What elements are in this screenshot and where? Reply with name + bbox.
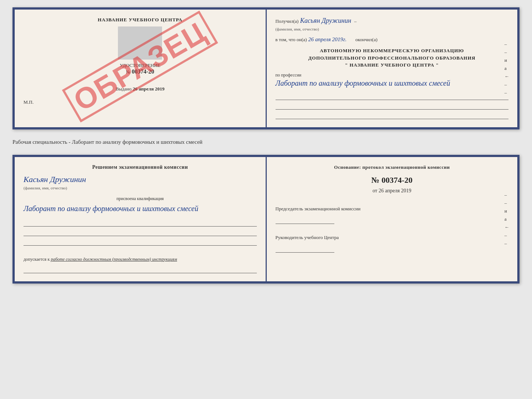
commission-heading: Решением экзаменационной комиссии — [24, 164, 257, 170]
допускается-underline — [24, 264, 257, 273]
completion-date: 26 апреля 2019г. — [308, 36, 346, 43]
top-certificate: НАЗВАНИЕ УЧЕБНОГО ЦЕНТРА УДОСТОВЕРЕНИЕ №… — [12, 7, 520, 129]
profession-value: Лаборант по анализу формовочных и шихтов… — [276, 78, 509, 88]
chairman-label: Председатель экзаменационной комиссии — [276, 206, 509, 212]
protocol-date-value: 26 апреля 2019 — [378, 188, 411, 193]
protocol-date-prefix: от — [373, 188, 377, 193]
qual-underline1 — [24, 218, 257, 227]
cert-label: УДОСТОВЕРЕНИЕ — [24, 63, 257, 68]
issued-date: 26 апреля 2019 — [133, 86, 165, 92]
bottom-name-subtitle: (фамилия, имя, отчество) — [24, 186, 67, 190]
допускается-block: допускается к работе согласно должностны… — [24, 257, 257, 262]
osnov-heading: Основание: протокол экзаменационной коми… — [276, 164, 509, 170]
signatures-block: Председатель экзаменационной комиссии Ру… — [276, 200, 509, 255]
issued-label: Выдано — [116, 86, 132, 92]
specialty-text: Рабочая специальность - Лаборант по анал… — [12, 136, 520, 148]
director-signature — [276, 245, 334, 253]
org-line3: " НАЗВАНИЕ УЧЕБНОГО ЦЕНТРА " — [276, 61, 509, 69]
top-left-page: НАЗВАНИЕ УЧЕБНОГО ЦЕНТРА УДОСТОВЕРЕНИЕ №… — [15, 10, 267, 127]
completion-line: в том, что он(а) 26 апреля 2019г. окончи… — [276, 36, 509, 43]
underline1 — [276, 91, 509, 100]
top-right-page: Получил(а) Касьян Дружинин – (фамилия, и… — [267, 10, 518, 127]
bottom-left-page: Решением экзаменационной комиссии Касьян… — [15, 157, 267, 281]
bottom-right-page: Основание: протокол экзаменационной коми… — [267, 157, 518, 281]
qual-underline2 — [24, 227, 257, 236]
допускается-text-value: работе согласно должностным (производств… — [51, 257, 177, 262]
underline3 — [276, 110, 509, 119]
bottom-certificate: Решением экзаменационной комиссии Касьян… — [12, 155, 520, 284]
org-name-block: АВТОНОМНУЮ НЕКОММЕРЧЕСКУЮ ОРГАНИЗАЦИЮ ДО… — [276, 47, 509, 69]
received-label: Получил(а) — [276, 18, 299, 24]
qualification-value: Лаборант по анализу формовочных и шихтов… — [24, 203, 257, 214]
bottom-name: Касьян Дружинин — [24, 175, 257, 184]
mp-label: М.П. — [24, 99, 257, 105]
underline2 — [276, 101, 509, 110]
qualification-label: присвоена квалификация — [24, 196, 257, 202]
cert-id-block: УДОСТОВЕРЕНИЕ № 00374-20 — [24, 63, 257, 75]
допускается-prefix: допускается к — [24, 257, 50, 262]
org-line1: АВТОНОМНУЮ НЕКОММЕРЧЕСКУЮ ОРГАНИЗАЦИЮ — [276, 47, 509, 54]
director-label: Руководитель учебного Центра — [276, 234, 509, 241]
in-that-label: в том, что он(а) — [276, 37, 307, 43]
bottom-name-block: Касьян Дружинин (фамилия, имя, отчество) — [24, 175, 257, 191]
org-line2: ДОПОЛНИТЕЛЬНОГО ПРОФЕССИОНАЛЬНОГО ОБРАЗО… — [276, 54, 509, 62]
photo-placeholder — [118, 26, 162, 60]
right-margin-bottom: – – и а ← – – — [504, 192, 509, 246]
profession-label: по профессии — [276, 72, 509, 78]
right-margin: – – и а ← – – — [504, 41, 509, 96]
protocol-date: от 26 апреля 2019 — [276, 188, 509, 194]
received-subtitle: (фамилия, имя, отчество) — [276, 27, 319, 31]
received-name: Касьян Дружинин — [300, 17, 351, 25]
cert-org-title: НАЗВАНИЕ УЧЕБНОГО ЦЕНТРА — [24, 17, 257, 23]
qual-underline3 — [24, 237, 257, 246]
cert-number-prefix: № 00374-20 — [24, 68, 257, 75]
cert-number: 00374-20 — [132, 68, 154, 75]
received-line: Получил(а) Касьян Дружинин – (фамилия, и… — [276, 17, 509, 32]
chairman-signature — [276, 217, 334, 224]
cert-issued: Выдано 26 апреля 2019 — [24, 86, 257, 92]
finished-label: окончил(а) — [355, 37, 377, 43]
protocol-number: № 00374-20 — [276, 175, 509, 185]
